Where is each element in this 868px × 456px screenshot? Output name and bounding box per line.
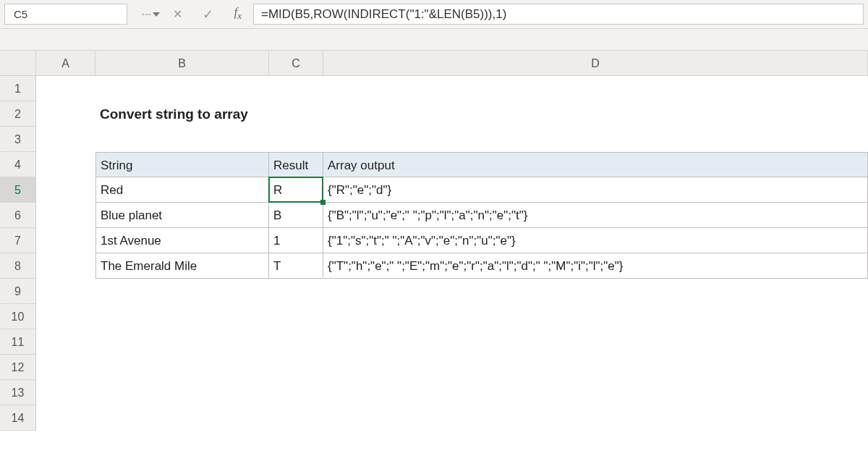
cell[interactable] <box>269 304 323 329</box>
cell[interactable] <box>36 203 95 228</box>
cell[interactable] <box>95 380 269 405</box>
col-header-D[interactable]: D <box>323 51 868 76</box>
cell[interactable] <box>269 405 323 431</box>
row-header[interactable]: 12 <box>0 355 36 380</box>
page-title[interactable]: Convert string to array <box>95 101 269 127</box>
enter-icon[interactable]: ✓ <box>192 0 223 28</box>
cell-string[interactable]: Red <box>95 177 269 203</box>
cell[interactable] <box>95 329 269 355</box>
cell-array[interactable]: {"B";"l";"u";"e";" ";"p";"l";"a";"n";"e"… <box>323 203 868 228</box>
row-header[interactable]: 10 <box>0 304 36 329</box>
cell[interactable] <box>323 127 868 152</box>
name-box[interactable] <box>4 4 127 25</box>
cell[interactable] <box>36 152 95 177</box>
cell[interactable] <box>36 76 95 101</box>
row-header[interactable]: 14 <box>0 405 36 431</box>
cell[interactable] <box>269 380 323 405</box>
cell[interactable] <box>269 279 323 304</box>
cell[interactable] <box>36 127 95 152</box>
cell-result[interactable]: T <box>269 253 323 279</box>
ribbon-spacer <box>0 29 868 51</box>
col-header-B[interactable]: B <box>95 51 269 76</box>
cell-array[interactable]: {"T";"h";"e";" ";"E";"m";"e";"r";"a";"l"… <box>323 253 868 279</box>
cell[interactable] <box>36 279 95 304</box>
active-cell[interactable]: R <box>269 177 323 203</box>
row-header[interactable]: 4 <box>0 152 36 177</box>
row-header[interactable]: 3 <box>0 127 36 152</box>
cell-string[interactable]: The Emerald Mile <box>95 253 269 279</box>
col-header-C[interactable]: C <box>269 51 323 76</box>
cell[interactable] <box>269 355 323 380</box>
row-header[interactable]: 2 <box>0 101 36 127</box>
cell[interactable] <box>36 304 95 329</box>
cell-result[interactable]: 1 <box>269 228 323 253</box>
cell[interactable] <box>36 101 95 127</box>
cell[interactable] <box>36 355 95 380</box>
cell[interactable] <box>323 329 868 355</box>
select-all-corner[interactable] <box>0 51 36 76</box>
cell[interactable] <box>323 101 868 127</box>
cell-result: R <box>273 183 282 197</box>
row-header[interactable]: 6 <box>0 203 36 228</box>
cell[interactable] <box>323 76 868 101</box>
cancel-icon[interactable]: ✕ <box>162 0 192 28</box>
fill-handle[interactable] <box>320 200 326 205</box>
cell-array[interactable]: {"1";"s";"t";" ";"A";"v";"e";"n";"u";"e"… <box>323 228 868 253</box>
cell[interactable] <box>36 405 95 431</box>
row-header[interactable]: 11 <box>0 329 36 355</box>
table-header-result[interactable]: Result <box>269 152 323 177</box>
cell-array[interactable]: {"R";"e";"d"} <box>323 177 868 203</box>
cell-string[interactable]: 1st Avenue <box>95 228 269 253</box>
cell[interactable] <box>36 177 95 203</box>
formula-input[interactable] <box>254 7 863 22</box>
cell[interactable] <box>95 127 269 152</box>
cell[interactable] <box>95 76 269 101</box>
row-header[interactable]: 7 <box>0 228 36 253</box>
formula-input-wrap[interactable] <box>253 4 864 25</box>
cell-string[interactable]: Blue planet <box>95 203 269 228</box>
cell[interactable] <box>36 228 95 253</box>
cell[interactable] <box>36 253 95 279</box>
cell[interactable] <box>95 304 269 329</box>
cell[interactable] <box>269 76 323 101</box>
row-header[interactable]: 1 <box>0 76 36 101</box>
table-header-array[interactable]: Array output <box>323 152 868 177</box>
row-header[interactable]: 9 <box>0 279 36 304</box>
cell[interactable] <box>323 405 868 431</box>
row-header[interactable]: 5 <box>0 177 36 203</box>
cell[interactable] <box>323 355 868 380</box>
cell-result[interactable]: B <box>269 203 323 228</box>
spreadsheet-grid[interactable]: A B C D 1 2 Convert string to array 3 4 … <box>0 51 868 431</box>
cell[interactable] <box>95 405 269 431</box>
col-header-A[interactable]: A <box>36 51 95 76</box>
cell[interactable] <box>95 355 269 380</box>
cell[interactable] <box>36 329 95 355</box>
cell[interactable] <box>323 304 868 329</box>
more-icon: ⋮ <box>132 0 162 28</box>
cell[interactable] <box>36 380 95 405</box>
cell[interactable] <box>269 127 323 152</box>
table-header-string[interactable]: String <box>95 152 269 177</box>
cell[interactable] <box>269 101 323 127</box>
row-header[interactable]: 8 <box>0 253 36 279</box>
cell[interactable] <box>95 279 269 304</box>
fx-icon[interactable]: fx <box>223 0 253 28</box>
row-header[interactable]: 13 <box>0 380 36 405</box>
cell[interactable] <box>323 380 868 405</box>
cell[interactable] <box>323 279 868 304</box>
cell[interactable] <box>269 329 323 355</box>
formula-bar: ⋮ ✕ ✓ fx <box>0 0 868 29</box>
